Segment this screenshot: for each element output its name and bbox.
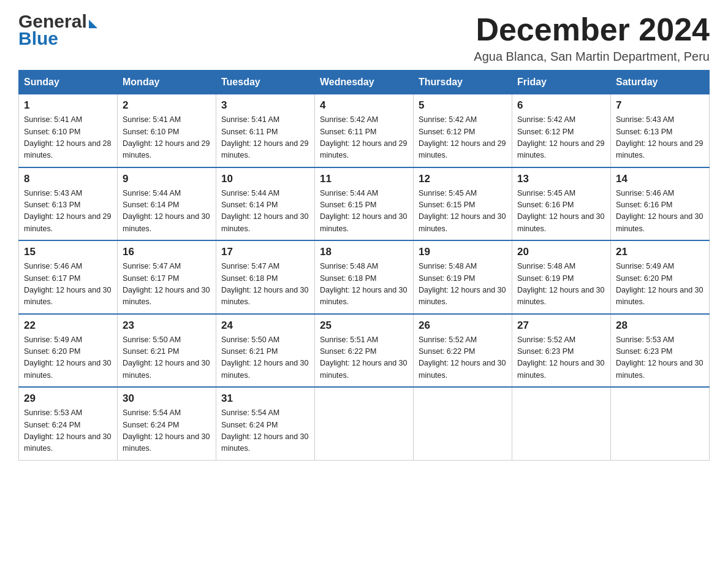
day-number: 7: [616, 99, 704, 112]
day-number: 29: [24, 393, 112, 405]
calendar-cell: 22Sunrise: 5:49 AMSunset: 6:20 PMDayligh…: [19, 314, 118, 388]
calendar-cell: 12Sunrise: 5:45 AMSunset: 6:15 PMDayligh…: [414, 167, 512, 241]
calendar-table: SundayMondayTuesdayWednesdayThursdayFrid…: [18, 70, 710, 461]
day-number: 12: [419, 173, 507, 185]
day-number: 31: [221, 393, 309, 405]
weekday-header-friday: Friday: [512, 71, 611, 94]
day-info: Sunrise: 5:42 AMSunset: 6:11 PMDaylight:…: [320, 114, 408, 162]
calendar-week-row: 1Sunrise: 5:41 AMSunset: 6:10 PMDaylight…: [19, 94, 710, 167]
weekday-header-monday: Monday: [118, 71, 216, 94]
calendar-cell: 19Sunrise: 5:48 AMSunset: 6:19 PMDayligh…: [414, 240, 512, 314]
day-number: 16: [123, 246, 211, 258]
calendar-cell: 5Sunrise: 5:42 AMSunset: 6:12 PMDaylight…: [414, 94, 512, 167]
calendar-cell: 24Sunrise: 5:50 AMSunset: 6:21 PMDayligh…: [216, 314, 315, 388]
day-info: Sunrise: 5:44 AMSunset: 6:14 PMDaylight:…: [123, 188, 211, 236]
calendar-cell: 30Sunrise: 5:54 AMSunset: 6:24 PMDayligh…: [118, 387, 216, 460]
day-number: 22: [24, 320, 112, 332]
calendar-cell: 20Sunrise: 5:48 AMSunset: 6:19 PMDayligh…: [512, 240, 611, 314]
day-info: Sunrise: 5:46 AMSunset: 6:16 PMDaylight:…: [616, 188, 704, 236]
calendar-cell: 28Sunrise: 5:53 AMSunset: 6:23 PMDayligh…: [611, 314, 710, 388]
day-number: 21: [616, 246, 704, 258]
weekday-header-tuesday: Tuesday: [216, 71, 315, 94]
calendar-cell: 1Sunrise: 5:41 AMSunset: 6:10 PMDaylight…: [19, 94, 118, 167]
day-info: Sunrise: 5:53 AMSunset: 6:23 PMDaylight:…: [616, 334, 704, 382]
day-number: 2: [123, 99, 211, 112]
calendar-cell: 8Sunrise: 5:43 AMSunset: 6:13 PMDaylight…: [19, 167, 118, 241]
day-info: Sunrise: 5:41 AMSunset: 6:10 PMDaylight:…: [24, 114, 112, 162]
day-number: 19: [419, 246, 507, 258]
day-info: Sunrise: 5:47 AMSunset: 6:18 PMDaylight:…: [221, 261, 309, 308]
day-number: 18: [320, 246, 408, 258]
day-number: 13: [517, 173, 605, 185]
day-number: 24: [221, 320, 309, 332]
calendar-cell: [315, 387, 414, 460]
day-number: 10: [221, 173, 309, 185]
day-info: Sunrise: 5:44 AMSunset: 6:14 PMDaylight:…: [221, 188, 309, 236]
title-area: December 2024 Agua Blanca, San Martin De…: [474, 12, 710, 64]
weekday-header-row: SundayMondayTuesdayWednesdayThursdayFrid…: [19, 71, 710, 94]
logo: General Blue: [18, 12, 97, 49]
weekday-header-saturday: Saturday: [611, 71, 710, 94]
day-info: Sunrise: 5:44 AMSunset: 6:15 PMDaylight:…: [320, 188, 408, 236]
calendar-cell: 10Sunrise: 5:44 AMSunset: 6:14 PMDayligh…: [216, 167, 315, 241]
day-info: Sunrise: 5:41 AMSunset: 6:11 PMDaylight:…: [221, 114, 309, 162]
day-number: 9: [123, 173, 211, 185]
logo-blue: Blue: [18, 28, 97, 49]
calendar-cell: 16Sunrise: 5:47 AMSunset: 6:17 PMDayligh…: [118, 240, 216, 314]
logo-arrow-icon: [89, 20, 97, 28]
day-info: Sunrise: 5:49 AMSunset: 6:20 PMDaylight:…: [616, 261, 704, 308]
day-number: 23: [123, 320, 211, 332]
day-info: Sunrise: 5:42 AMSunset: 6:12 PMDaylight:…: [419, 114, 507, 162]
day-info: Sunrise: 5:45 AMSunset: 6:16 PMDaylight:…: [517, 188, 605, 236]
day-info: Sunrise: 5:43 AMSunset: 6:13 PMDaylight:…: [24, 188, 112, 236]
day-number: 25: [320, 320, 408, 332]
day-info: Sunrise: 5:50 AMSunset: 6:21 PMDaylight:…: [221, 334, 309, 382]
calendar-cell: 25Sunrise: 5:51 AMSunset: 6:22 PMDayligh…: [315, 314, 414, 388]
calendar-cell: 4Sunrise: 5:42 AMSunset: 6:11 PMDaylight…: [315, 94, 414, 167]
calendar-cell: 6Sunrise: 5:42 AMSunset: 6:12 PMDaylight…: [512, 94, 611, 167]
weekday-header-wednesday: Wednesday: [315, 71, 414, 94]
month-year-title: December 2024: [474, 12, 710, 47]
calendar-cell: [611, 387, 710, 460]
calendar-cell: 11Sunrise: 5:44 AMSunset: 6:15 PMDayligh…: [315, 167, 414, 241]
calendar-week-row: 22Sunrise: 5:49 AMSunset: 6:20 PMDayligh…: [19, 314, 710, 388]
day-info: Sunrise: 5:48 AMSunset: 6:19 PMDaylight:…: [517, 261, 605, 308]
calendar-cell: 2Sunrise: 5:41 AMSunset: 6:10 PMDaylight…: [118, 94, 216, 167]
calendar-cell: 13Sunrise: 5:45 AMSunset: 6:16 PMDayligh…: [512, 167, 611, 241]
day-number: 8: [24, 173, 112, 185]
day-info: Sunrise: 5:53 AMSunset: 6:24 PMDaylight:…: [24, 407, 112, 455]
day-info: Sunrise: 5:49 AMSunset: 6:20 PMDaylight:…: [24, 334, 112, 382]
calendar-cell: 31Sunrise: 5:54 AMSunset: 6:24 PMDayligh…: [216, 387, 315, 460]
header: General Blue December 2024 Agua Blanca, …: [18, 12, 710, 64]
day-info: Sunrise: 5:52 AMSunset: 6:22 PMDaylight:…: [419, 334, 507, 382]
day-info: Sunrise: 5:51 AMSunset: 6:22 PMDaylight:…: [320, 334, 408, 382]
day-info: Sunrise: 5:54 AMSunset: 6:24 PMDaylight:…: [123, 407, 211, 455]
day-number: 26: [419, 320, 507, 332]
calendar-cell: 3Sunrise: 5:41 AMSunset: 6:11 PMDaylight…: [216, 94, 315, 167]
calendar-week-row: 29Sunrise: 5:53 AMSunset: 6:24 PMDayligh…: [19, 387, 710, 460]
calendar-week-row: 8Sunrise: 5:43 AMSunset: 6:13 PMDaylight…: [19, 167, 710, 241]
calendar-cell: 18Sunrise: 5:48 AMSunset: 6:18 PMDayligh…: [315, 240, 414, 314]
calendar-cell: 29Sunrise: 5:53 AMSunset: 6:24 PMDayligh…: [19, 387, 118, 460]
day-number: 6: [517, 99, 605, 112]
day-info: Sunrise: 5:50 AMSunset: 6:21 PMDaylight:…: [123, 334, 211, 382]
location-subtitle: Agua Blanca, San Martin Department, Peru: [474, 50, 710, 64]
day-info: Sunrise: 5:54 AMSunset: 6:24 PMDaylight:…: [221, 407, 309, 455]
day-number: 14: [616, 173, 704, 185]
day-info: Sunrise: 5:41 AMSunset: 6:10 PMDaylight:…: [123, 114, 211, 162]
calendar-cell: 17Sunrise: 5:47 AMSunset: 6:18 PMDayligh…: [216, 240, 315, 314]
day-number: 4: [320, 99, 408, 112]
calendar-cell: 23Sunrise: 5:50 AMSunset: 6:21 PMDayligh…: [118, 314, 216, 388]
day-number: 27: [517, 320, 605, 332]
day-info: Sunrise: 5:48 AMSunset: 6:18 PMDaylight:…: [320, 261, 408, 308]
day-number: 17: [221, 246, 309, 258]
day-number: 30: [123, 393, 211, 405]
calendar-cell: 15Sunrise: 5:46 AMSunset: 6:17 PMDayligh…: [19, 240, 118, 314]
day-number: 28: [616, 320, 704, 332]
day-number: 5: [419, 99, 507, 112]
weekday-header-thursday: Thursday: [414, 71, 512, 94]
calendar-cell: 14Sunrise: 5:46 AMSunset: 6:16 PMDayligh…: [611, 167, 710, 241]
calendar-cell: [512, 387, 611, 460]
day-info: Sunrise: 5:47 AMSunset: 6:17 PMDaylight:…: [123, 261, 211, 308]
calendar-cell: 27Sunrise: 5:52 AMSunset: 6:23 PMDayligh…: [512, 314, 611, 388]
